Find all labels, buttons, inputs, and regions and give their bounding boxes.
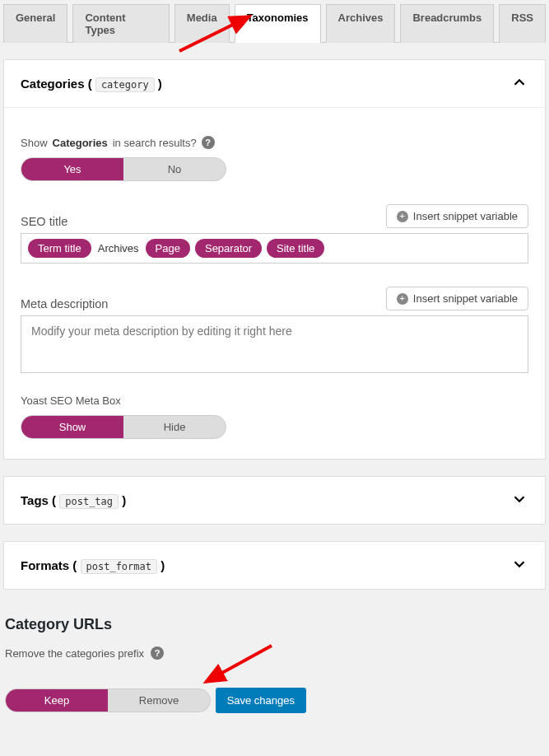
category-prefix-toggle: Keep Remove [5,688,211,712]
title-prefix: Tags ( [21,493,56,507]
insert-snippet-seo-title[interactable]: + Insert snippet variable [386,204,528,228]
tab-rss[interactable]: RSS [499,4,546,43]
tab-archives[interactable]: Archives [326,4,396,43]
toggle-no[interactable]: No [123,158,226,180]
metabox-hide[interactable]: Hide [123,416,226,438]
show-in-results-label: Show Categories in search results? ? [21,136,528,149]
title-suffix: ) [161,558,165,572]
var-archives-plain: Archives [96,239,141,258]
panel-tags-header[interactable]: Tags ( post_tag ) [4,477,545,524]
tab-content-types[interactable]: Content Types [72,4,169,43]
seo-title-label: SEO title [21,215,67,228]
insert-label: Insert snippet variable [413,210,518,222]
plus-icon: + [397,293,408,305]
panel-formats-header[interactable]: Formats ( post_format ) [4,542,545,589]
insert-label: Insert snippet variable [413,292,518,305]
title-code: post_tag [59,494,119,509]
panel-title-tags: Tags ( post_tag ) [21,493,126,507]
chevron-down-icon [510,555,528,576]
tab-taxonomies[interactable]: Taxonomies [235,4,321,43]
var-term-title[interactable]: Term title [28,239,91,258]
seo-title-input[interactable]: Term title Archives Page Separator Site … [21,233,528,264]
label-bold: Categories [53,137,108,149]
metabox-label: Yoast SEO Meta Box [21,394,528,407]
help-icon[interactable]: ? [151,646,164,660]
panel-categories: Categories ( category ) Show Categories … [3,59,546,460]
panel-title-formats: Formats ( post_format ) [21,558,165,572]
title-code: post_format [81,559,157,574]
title-prefix: Formats ( [21,558,77,572]
var-site-title[interactable]: Site title [267,239,324,258]
tab-breadcrumbs[interactable]: Breadcrumbs [400,4,494,43]
category-prefix-label: Remove the categories prefix ? [5,646,546,660]
panel-categories-header[interactable]: Categories ( category ) [4,60,545,107]
title-suffix: ) [158,77,162,91]
label-post: in search results? [113,137,197,149]
help-icon[interactable]: ? [202,136,215,149]
toggle-remove[interactable]: Remove [108,689,210,712]
tab-general[interactable]: General [3,4,67,43]
plus-icon: + [397,211,408,222]
toggle-keep[interactable]: Keep [6,689,108,712]
chevron-up-icon [510,73,528,94]
category-urls-heading: Category URLs [5,616,546,633]
var-page[interactable]: Page [146,239,190,258]
toggle-yes[interactable]: Yes [21,158,123,180]
prefix-label-text: Remove the categories prefix [5,647,144,660]
tab-media[interactable]: Media [174,4,230,43]
metabox-show[interactable]: Show [21,416,123,438]
title-code: category [95,77,155,92]
panel-tags: Tags ( post_tag ) [3,476,546,525]
insert-snippet-meta[interactable]: + Insert snippet variable [386,287,528,310]
panel-formats: Formats ( post_format ) [3,541,546,590]
show-in-results-toggle: Yes No [21,157,226,181]
panel-title-categories: Categories ( category ) [21,77,162,91]
meta-description-input[interactable]: Modify your meta description by editing … [21,315,528,373]
save-changes-button[interactable]: Save changes [216,688,306,713]
meta-description-label: Meta description [21,297,108,310]
tabs: General Content Types Media Taxonomies A… [3,3,546,43]
chevron-down-icon [510,490,528,511]
metabox-toggle: Show Hide [21,415,226,439]
title-suffix: ) [122,493,126,507]
label-pre: Show [21,137,48,149]
title-prefix: Categories ( [21,77,92,91]
var-separator[interactable]: Separator [195,239,262,258]
